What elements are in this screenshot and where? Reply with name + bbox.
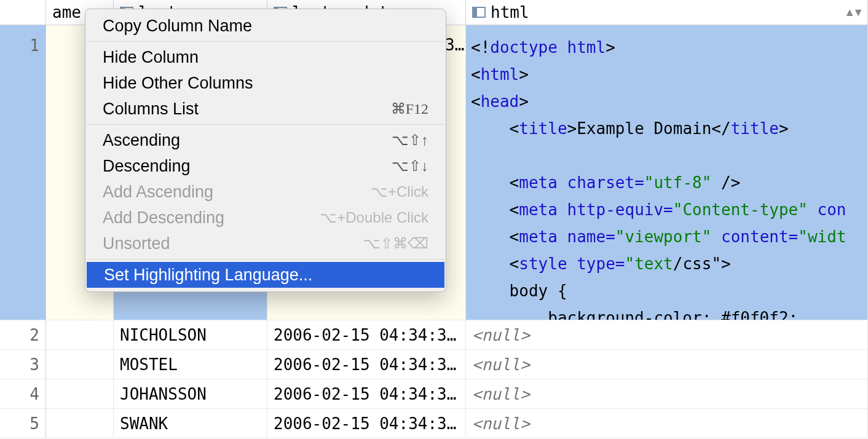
menu-label: Set Highlighting Language...: [104, 266, 312, 285]
context-menu[interactable]: Copy Column Name Hide Column Hide Other …: [85, 9, 446, 292]
row1-lastupdate-tail: 3…: [445, 36, 464, 54]
menu-add-ascending: Add Ascending ⌥+Click: [85, 179, 446, 205]
cell-html-code-preview[interactable]: <!doctype html> <html> <head> <title>Exa…: [466, 25, 868, 320]
menu-shortcut: ⌥⇧↓: [392, 157, 428, 175]
html-code-preview: <!doctype html> <html> <head> <title>Exa…: [466, 25, 851, 320]
menu-unsorted: Unsorted ⌥⇧⌘⌫: [85, 231, 446, 256]
cell-lastupdate[interactable]: 2006-02-15 04:34:3…: [267, 350, 466, 379]
cell-lastupdate[interactable]: 2006-02-15 04:34:3…: [267, 379, 466, 408]
col-html-header[interactable]: html ▲▼: [466, 0, 868, 25]
menu-label: Unsorted: [103, 234, 170, 253]
col-html-label: html: [491, 3, 529, 22]
row-number: 4: [0, 379, 46, 408]
cell-html[interactable]: <null>: [466, 409, 868, 438]
menu-label: Ascending: [103, 131, 180, 150]
cell-lastupdate[interactable]: 2006-02-15 04:34:3…: [267, 320, 466, 349]
menu-separator: [87, 124, 444, 125]
col-firstname-label: ame: [52, 3, 81, 22]
cell-html[interactable]: <null>: [466, 350, 868, 379]
table-row[interactable]: 5 SWANK 2006-02-15 04:34:3… <null>: [0, 409, 868, 438]
cell-firstname[interactable]: [46, 350, 114, 379]
menu-separator: [87, 41, 444, 42]
menu-shortcut: ⌘F12: [391, 100, 428, 117]
cell-firstname[interactable]: [46, 320, 114, 349]
table-row[interactable]: 2 NICHOLSON 2006-02-15 04:34:3… <null>: [0, 320, 868, 350]
cell-lastname[interactable]: JOHANSSON: [114, 379, 267, 408]
menu-label: Copy Column Name: [103, 17, 252, 36]
cell-html[interactable]: <null>: [466, 379, 868, 408]
row-number: 5: [0, 409, 46, 438]
menu-set-highlighting-language[interactable]: Set Highlighting Language...: [87, 262, 444, 288]
menu-descending[interactable]: Descending ⌥⇧↓: [85, 153, 446, 179]
cell-html[interactable]: <null>: [466, 320, 868, 349]
menu-separator: [87, 259, 444, 259]
cell-lastupdate[interactable]: 2006-02-15 04:34:3…: [267, 409, 466, 438]
menu-add-descending: Add Descending ⌥+Double Click: [85, 205, 446, 231]
row-number: 3: [0, 350, 46, 379]
menu-shortcut: ⌥⇧↑: [392, 132, 428, 149]
row-number: 1: [0, 25, 46, 320]
cell-lastname[interactable]: NICHOLSON: [114, 320, 267, 349]
menu-ascending[interactable]: Ascending ⌥⇧↑: [85, 127, 446, 153]
table-row[interactable]: 3 MOSTEL 2006-02-15 04:34:3… <null>: [0, 350, 868, 379]
menu-shortcut: ⌥⇧⌘⌫: [363, 235, 428, 252]
cell-firstname[interactable]: [46, 409, 114, 438]
row-number: 2: [0, 320, 46, 349]
menu-shortcut: ⌥+Click: [371, 183, 428, 200]
sort-icon-html[interactable]: ▲▼: [844, 6, 861, 19]
column-icon: [472, 7, 486, 18]
menu-columns-list[interactable]: Columns List ⌘F12: [85, 96, 446, 122]
cell-firstname[interactable]: [46, 379, 114, 408]
menu-label: Columns List: [103, 100, 199, 119]
table-row[interactable]: 4 JOHANSSON 2006-02-15 04:34:3… <null>: [0, 379, 868, 409]
cell-lastname[interactable]: MOSTEL: [114, 350, 267, 379]
menu-hide-other-columns[interactable]: Hide Other Columns: [85, 70, 446, 96]
menu-label: Add Descending: [103, 208, 224, 227]
menu-label: Descending: [103, 157, 191, 176]
col-rownum-header: [0, 0, 46, 25]
menu-shortcut: ⌥+Double Click: [320, 209, 428, 226]
menu-hide-column[interactable]: Hide Column: [85, 44, 446, 70]
menu-copy-column-name[interactable]: Copy Column Name: [85, 13, 446, 39]
menu-label: Add Ascending: [103, 183, 213, 202]
cell-lastname[interactable]: SWANK: [114, 409, 267, 438]
menu-label: Hide Other Columns: [103, 74, 253, 93]
menu-label: Hide Column: [103, 48, 199, 67]
